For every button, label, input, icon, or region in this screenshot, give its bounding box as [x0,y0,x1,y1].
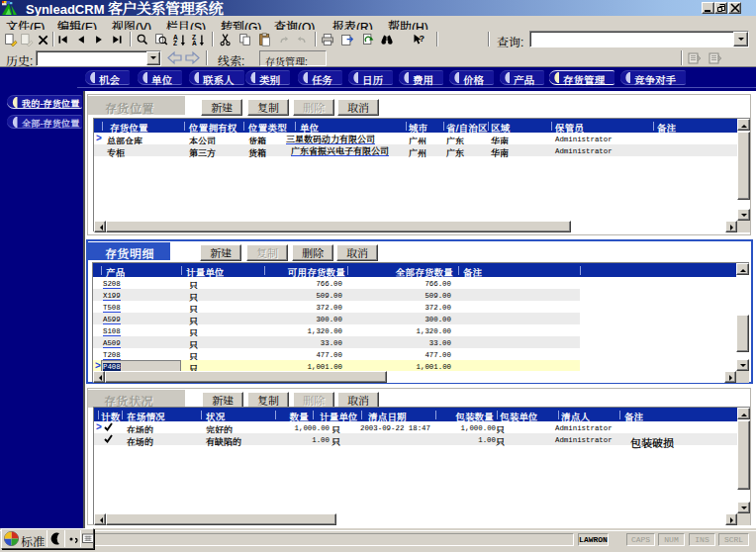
svg-text:Z: Z [173,40,177,46]
svg-text:?: ? [419,34,425,44]
svg-text:A: A [192,40,197,46]
